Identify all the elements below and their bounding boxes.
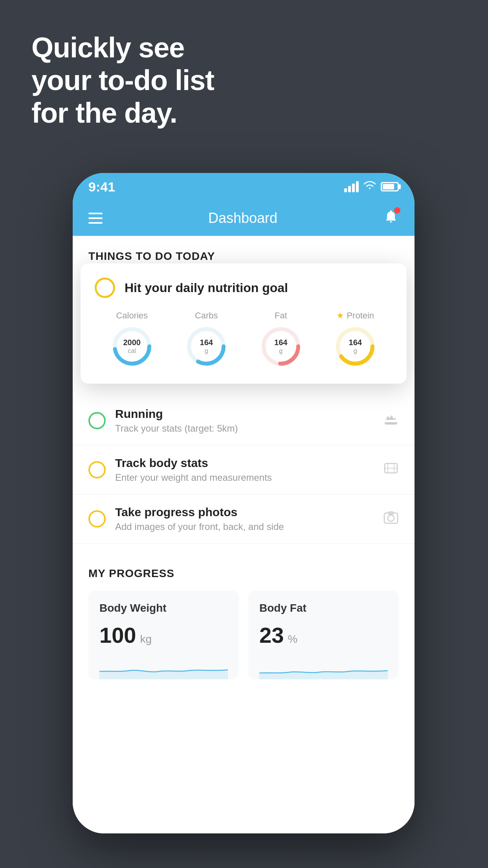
todo-text-body-stats: Track body stats Enter your weight and m…: [115, 456, 374, 483]
todo-title-body-stats: Track body stats: [115, 456, 374, 470]
menu-icon[interactable]: [88, 213, 103, 224]
nutrition-check-circle: [95, 278, 115, 298]
body-weight-unit: kg: [140, 633, 152, 645]
carbs-donut: 164 g: [185, 325, 228, 368]
body-weight-sparkline: [99, 656, 228, 679]
todo-sub-body-stats: Enter your weight and measurements: [115, 472, 374, 483]
bell-icon[interactable]: [383, 209, 399, 228]
todo-sub-photos: Add images of your front, back, and side: [115, 521, 374, 532]
body-fat-card[interactable]: Body Fat 23 %: [248, 591, 399, 679]
body-fat-value: 23 %: [259, 622, 388, 648]
todo-title-running: Running: [115, 407, 374, 421]
headline-line2: your to-do list: [31, 64, 214, 97]
nav-title: Dashboard: [208, 210, 277, 226]
todo-list: Running Track your stats (target: 5km) T…: [73, 396, 415, 544]
calories-donut: 2000 cal: [110, 325, 154, 368]
protein-stat: ★ Protein 164 g: [334, 311, 377, 368]
protein-value: 164 g: [349, 338, 362, 355]
headline-line3: for the day.: [31, 97, 214, 129]
body-fat-title: Body Fat: [259, 602, 388, 614]
fat-label: Fat: [275, 311, 287, 321]
todo-text-running: Running Track your stats (target: 5km): [115, 407, 374, 434]
status-time: 9:41: [88, 179, 115, 195]
todo-text-photos: Take progress photos Add images of your …: [115, 506, 374, 532]
status-bar: 9:41: [73, 173, 415, 200]
nutrition-card[interactable]: Hit your daily nutrition goal Calories 2…: [81, 263, 407, 384]
progress-header: MY PROGRESS: [88, 567, 399, 580]
notification-dot: [394, 207, 400, 213]
nutrition-header: Hit your daily nutrition goal: [95, 278, 393, 298]
body-fat-number: 23: [259, 622, 284, 648]
carbs-label: Carbs: [195, 311, 218, 321]
todo-sub-running: Track your stats (target: 5km): [115, 423, 374, 434]
calories-label: Calories: [116, 311, 148, 321]
nav-bar: Dashboard: [73, 200, 415, 236]
content-area: THINGS TO DO TODAY Hit your daily nutrit…: [73, 236, 415, 833]
carbs-stat: Carbs 164 g: [185, 311, 228, 368]
battery-icon: [381, 182, 399, 191]
headline: Quickly see your to-do list for the day.: [31, 31, 214, 129]
todo-circle-running: [88, 412, 106, 429]
body-weight-title: Body Weight: [99, 602, 228, 614]
shoe-icon: [383, 412, 399, 429]
todo-item-running[interactable]: Running Track your stats (target: 5km): [73, 396, 415, 445]
body-fat-sparkline: [259, 656, 388, 679]
todo-item-body-stats[interactable]: Track body stats Enter your weight and m…: [73, 445, 415, 495]
carbs-value: 164 g: [200, 338, 213, 355]
todo-circle-body-stats: [88, 461, 106, 478]
scale-icon: [383, 461, 399, 478]
fat-donut: 164 g: [259, 325, 303, 368]
body-weight-card[interactable]: Body Weight 100 kg: [88, 591, 239, 679]
fat-value: 164 g: [274, 338, 287, 355]
fat-stat: Fat 164 g: [259, 311, 303, 368]
protein-label: ★ Protein: [336, 311, 374, 321]
signal-icon: [344, 181, 359, 192]
svg-point-13: [388, 515, 394, 521]
photo-icon: [383, 510, 399, 528]
progress-section: MY PROGRESS Body Weight 100 kg: [73, 552, 415, 679]
todo-item-photos[interactable]: Take progress photos Add images of your …: [73, 495, 415, 544]
body-fat-unit: %: [288, 633, 297, 645]
calories-value: 2000 cal: [123, 338, 141, 355]
protein-donut: 164 g: [334, 325, 377, 368]
wifi-icon: [363, 180, 376, 193]
body-weight-value: 100 kg: [99, 622, 228, 648]
body-weight-number: 100: [99, 622, 136, 648]
status-icons: [344, 180, 399, 193]
headline-line1: Quickly see: [31, 31, 214, 64]
todo-title-photos: Take progress photos: [115, 506, 374, 519]
phone-mockup: 9:41 Da: [73, 173, 415, 833]
todo-circle-photos: [88, 510, 106, 528]
nutrition-title: Hit your daily nutrition goal: [125, 281, 288, 295]
calories-stat: Calories 2000 cal: [110, 311, 154, 368]
progress-cards: Body Weight 100 kg Body Fat: [88, 591, 399, 679]
nutrition-stats: Calories 2000 cal Carbs: [95, 311, 393, 368]
protein-star: ★: [336, 311, 344, 321]
